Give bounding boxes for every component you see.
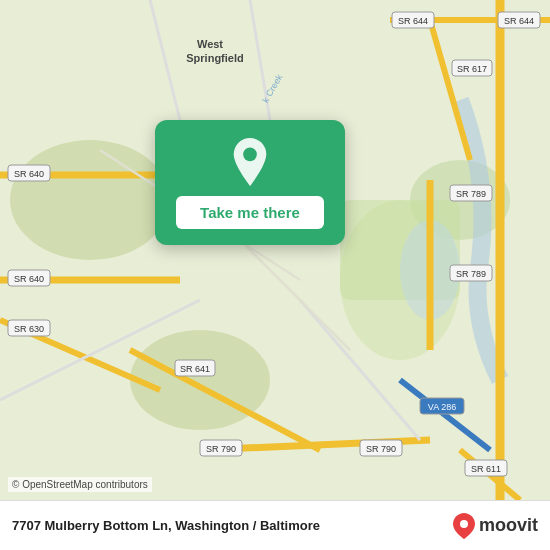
map-svg: SR 644 SR 644 SR 617 SR 640 SR 640 SR 78…: [0, 0, 550, 500]
svg-text:SR 789: SR 789: [456, 189, 486, 199]
svg-text:SR 640: SR 640: [14, 274, 44, 284]
svg-text:SR 617: SR 617: [457, 64, 487, 74]
svg-text:Springfield: Springfield: [186, 52, 243, 64]
location-pin-icon: [226, 138, 274, 186]
moovit-logo: moovit: [453, 513, 538, 539]
address-text: 7707 Mulberry Bottom Ln, Washington / Ba…: [12, 518, 453, 533]
footer-bar: 7707 Mulberry Bottom Ln, Washington / Ba…: [0, 500, 550, 550]
svg-text:SR 789: SR 789: [456, 269, 486, 279]
moovit-text: moovit: [479, 515, 538, 536]
popup-card: Take me there: [155, 120, 345, 245]
svg-text:SR 640: SR 640: [14, 169, 44, 179]
svg-text:SR 790: SR 790: [366, 444, 396, 454]
svg-text:SR 644: SR 644: [504, 16, 534, 26]
svg-text:SR 790: SR 790: [206, 444, 236, 454]
moovit-pin-icon: [453, 513, 475, 539]
map-container: SR 644 SR 644 SR 617 SR 640 SR 640 SR 78…: [0, 0, 550, 500]
svg-text:SR 641: SR 641: [180, 364, 210, 374]
svg-point-54: [460, 520, 468, 528]
take-me-there-button[interactable]: Take me there: [176, 196, 324, 229]
svg-text:VA 286: VA 286: [428, 402, 456, 412]
svg-text:West: West: [197, 38, 223, 50]
copyright-text: © OpenStreetMap contributors: [8, 477, 152, 492]
svg-text:SR 644: SR 644: [398, 16, 428, 26]
svg-text:SR 630: SR 630: [14, 324, 44, 334]
svg-point-1: [10, 140, 170, 260]
svg-point-53: [243, 147, 257, 161]
svg-text:SR 611: SR 611: [471, 464, 501, 474]
